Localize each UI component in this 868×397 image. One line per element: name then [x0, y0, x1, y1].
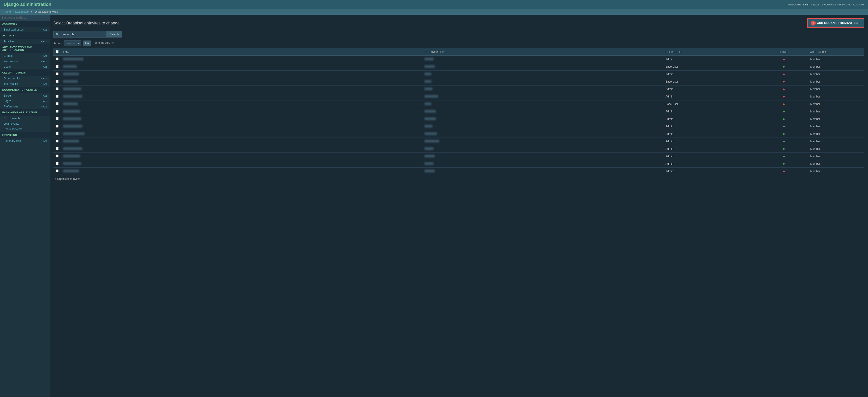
sidebar-section-title-accounts: ACCOUNTS — [0, 21, 50, 27]
col-header-email[interactable]: EMAIL — [61, 49, 422, 56]
sidebar-add-users[interactable]: + Add — [41, 65, 48, 68]
search-button[interactable]: Search — [106, 31, 122, 37]
sidebar-item-blocks: Blocks + Add — [0, 93, 50, 98]
assigned-as-cell: Member — [808, 63, 864, 70]
user-role-cell: Admin — [663, 160, 760, 168]
row-checkbox[interactable] — [56, 132, 59, 135]
email-link[interactable] — [63, 125, 82, 128]
site-title[interactable]: Django administration — [4, 2, 51, 7]
sidebar-link-pages[interactable]: Pages — [4, 100, 11, 103]
email-link[interactable] — [63, 58, 84, 61]
row-checkbox[interactable] — [56, 80, 59, 83]
assigned-as-cell: Member — [808, 78, 864, 86]
view-site-link[interactable]: VIEW SITE — [811, 3, 824, 6]
sidebar-section-celery: CELERY RESULTS Group results + Add Task … — [0, 69, 50, 87]
row-checkbox[interactable] — [56, 147, 59, 150]
sidebar-filter[interactable] — [0, 15, 50, 21]
email-link[interactable] — [63, 147, 82, 151]
table-footer: 16 OrganisationInvites — [53, 177, 864, 180]
sidebar-item-login-events: Login events — [0, 121, 50, 126]
email-link[interactable] — [63, 133, 85, 136]
sidebar-link-boundary-files[interactable]: Boundary files — [4, 139, 21, 143]
sidebar-link-crud-events[interactable]: CRUD events — [4, 117, 20, 120]
col-header-organisation[interactable]: ORGANISATION — [422, 49, 663, 56]
selected-info: 0 of 16 selected — [95, 41, 115, 45]
user-role-cell: Admin — [663, 168, 760, 175]
row-checkbox[interactable] — [56, 95, 59, 98]
sidebar-add-pages[interactable]: + Add — [41, 100, 48, 103]
assigned-as-cell: Member — [808, 70, 864, 78]
col-header-assigned-as[interactable]: ASSIGNED AS — [808, 49, 864, 56]
sidebar-add-group-results[interactable]: + Add — [41, 77, 48, 80]
row-checkbox[interactable] — [56, 162, 59, 165]
sidebar-link-preferences[interactable]: Preferences — [4, 105, 18, 108]
email-link[interactable] — [63, 88, 81, 91]
sidebar-item-pages: Pages + Add — [0, 98, 50, 104]
joined-false-icon: ● — [783, 94, 785, 98]
search-input[interactable] — [61, 31, 106, 37]
assigned-as-cell: Member — [808, 130, 864, 138]
table-row: Admin●Member — [53, 138, 864, 145]
row-checkbox[interactable] — [56, 57, 59, 60]
row-checkbox[interactable] — [56, 65, 59, 68]
sidebar-add-groups[interactable]: + Add — [41, 55, 48, 57]
sidebar-add-preferences[interactable]: + Add — [41, 105, 48, 108]
sidebar-add-boundary-files[interactable]: + Add — [41, 140, 48, 142]
table-row: Admin●Member — [53, 108, 864, 115]
sidebar-add-task-results[interactable]: + Add — [41, 83, 48, 85]
sidebar-link-blocks[interactable]: Blocks — [4, 94, 11, 97]
email-link[interactable] — [63, 80, 78, 83]
sidebar-link-groups[interactable]: Groups — [4, 54, 12, 57]
joined-true-icon: ● — [783, 65, 785, 68]
select-all-checkbox[interactable] — [56, 50, 59, 53]
joined-true-icon: ● — [783, 117, 785, 121]
sidebar-add-blocks[interactable]: + Add — [41, 94, 48, 97]
email-link[interactable] — [63, 95, 82, 98]
row-checkbox[interactable] — [56, 125, 59, 127]
col-header-user-role[interactable]: USER ROLE — [663, 49, 760, 56]
breadcrumb-home[interactable]: Home — [4, 10, 11, 13]
row-checkbox[interactable] — [56, 154, 59, 158]
joined-cell: ● — [760, 160, 808, 168]
email-link[interactable] — [63, 163, 81, 166]
email-link[interactable] — [63, 118, 81, 121]
sidebar-link-login-events[interactable]: Login events — [4, 122, 19, 125]
sidebar-add-activities[interactable]: + Add — [41, 40, 48, 43]
email-link[interactable] — [63, 140, 79, 143]
log-out-link[interactable]: LOG OUT — [853, 3, 864, 6]
action-select[interactable]: --------- — [64, 40, 81, 46]
user-role-cell: Admin — [663, 70, 760, 78]
row-checkbox[interactable] — [56, 102, 59, 105]
sidebar-link-group-results[interactable]: Group results — [4, 77, 20, 80]
sidebar-link-request-events[interactable]: Request events — [4, 127, 22, 131]
email-link[interactable] — [63, 170, 79, 173]
email-link[interactable] — [63, 103, 78, 106]
row-checkbox[interactable] — [56, 110, 59, 113]
email-link[interactable] — [63, 65, 76, 68]
sidebar-add-permissions[interactable]: + Add — [41, 60, 48, 63]
sidebar-link-task-results[interactable]: Task results — [4, 82, 18, 86]
sidebar-item-permissions: Permissions + Add — [0, 59, 50, 64]
sidebar-link-activities[interactable]: Activities — [4, 40, 14, 43]
row-checkbox[interactable] — [56, 73, 59, 75]
email-link[interactable] — [63, 155, 80, 158]
row-checkbox[interactable] — [56, 169, 59, 172]
row-checkbox[interactable] — [56, 87, 59, 90]
sidebar-link-email-addresses[interactable]: Email addresses — [4, 28, 24, 31]
joined-cell: ● — [760, 86, 808, 93]
breadcrumb-stakeholder[interactable]: Stakeholder — [15, 10, 30, 13]
email-link[interactable] — [63, 73, 79, 76]
go-button[interactable]: Go — [83, 40, 91, 46]
sidebar-link-permissions[interactable]: Permissions — [4, 60, 18, 63]
sidebar-link-users[interactable]: Users — [4, 65, 11, 68]
col-header-joined[interactable]: JOINED — [760, 49, 808, 56]
add-organisation-invites-button[interactable]: 1 ADD ORGANISATIONINVITES + — [807, 18, 864, 28]
row-checkbox[interactable] — [56, 140, 59, 143]
change-password-link[interactable]: CHANGE PASSWORD — [826, 3, 851, 6]
email-link[interactable] — [63, 110, 80, 113]
user-role-cell: Admin — [663, 153, 760, 160]
sidebar-add-email-addresses[interactable]: + Add — [41, 28, 48, 31]
row-checkbox[interactable] — [56, 117, 59, 120]
sidebar-section-title-activity: ACTIVITY — [0, 32, 50, 39]
user-info: WELCOME admin VIEW SITE / CHANGE PASSWOR… — [788, 3, 864, 6]
